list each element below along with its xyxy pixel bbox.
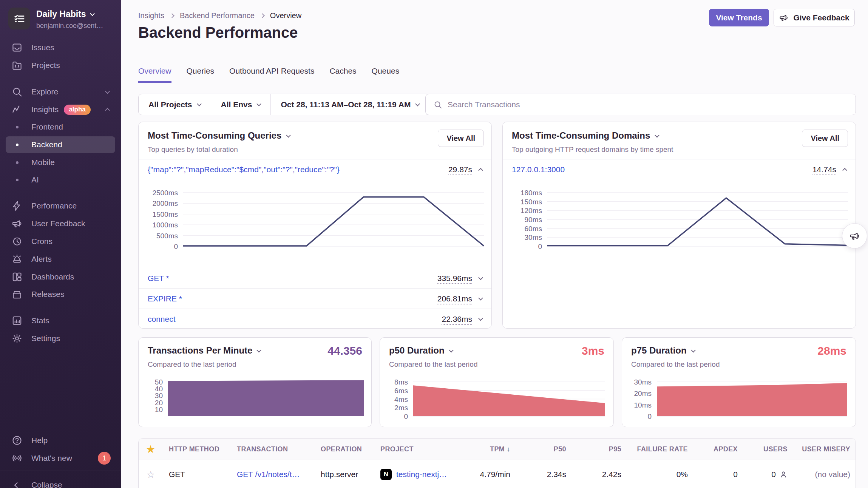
sidebar-item-whats-new[interactable]: What's new 1 [6, 450, 115, 466]
cell-tpm: 4.79/min [467, 470, 516, 479]
sidebar-item-releases[interactable]: Releases [6, 286, 115, 303]
sidebar-item-ai[interactable]: AI [6, 171, 115, 188]
col-user-misery[interactable]: USER MISERY [794, 445, 856, 453]
sidebar-collapse-button[interactable]: Collapse [6, 477, 115, 488]
query-total-time[interactable]: 335.96ms [437, 274, 472, 284]
domains-duration-chart[interactable]: 180ms150ms120ms90ms60ms30ms0 [510, 184, 849, 267]
svg-text:2500ms: 2500ms [152, 189, 178, 197]
bar-chart-icon [11, 315, 23, 326]
sidebar-item-explore[interactable]: Explore [6, 83, 115, 100]
query-total-time[interactable]: 206.81ms [437, 294, 472, 304]
p75-title[interactable]: p75 Duration [631, 345, 695, 356]
query-total-time[interactable]: 29.87s [448, 165, 472, 175]
expand-row-icon[interactable] [478, 296, 483, 301]
col-apdex[interactable]: APDEX [694, 445, 744, 453]
whats-new-count-badge: 1 [98, 452, 111, 465]
sidebar-item-crons[interactable]: Crons [6, 233, 115, 250]
query-link[interactable]: EXPIRE * [148, 294, 182, 303]
view-trends-button[interactable]: View Trends [709, 9, 769, 26]
col-http-method[interactable]: HTTP METHOD [163, 445, 231, 453]
queries-duration-chart[interactable]: 2500ms2000ms1500ms1000ms500ms0 [146, 184, 485, 267]
tab-queues[interactable]: Queues [372, 66, 400, 83]
project-filter[interactable]: All Projects [139, 94, 211, 115]
query-link[interactable]: GET * [148, 274, 169, 283]
give-feedback-button[interactable]: Give Feedback [774, 9, 855, 26]
p75-chart[interactable]: 30ms20ms10ms0 [630, 375, 848, 420]
domains-card-title[interactable]: Most Time-Consuming Domains [512, 130, 659, 141]
project-link[interactable]: testing-nextj… [396, 470, 447, 479]
domains-card-title-label: Most Time-Consuming Domains [512, 130, 650, 141]
sidebar-item-label: Dashboards [31, 272, 74, 281]
col-transaction[interactable]: TRANSACTION [231, 445, 315, 453]
breadcrumb-insights[interactable]: Insights [138, 11, 164, 20]
domain-total-time[interactable]: 14.74s [812, 165, 836, 175]
sidebar-item-dashboards[interactable]: Dashboards [6, 269, 115, 285]
breadcrumb-backend-performance[interactable]: Backend Performance [180, 11, 255, 20]
date-range-label: Oct 28, 11:13 AM–Oct 28, 11:19 AM [281, 100, 411, 109]
sidebar-item-help[interactable]: Help [6, 432, 115, 449]
sidebar-item-settings[interactable]: Settings [6, 330, 115, 347]
col-failure-rate[interactable]: FAILURE RATE [627, 445, 694, 453]
sidebar-item-performance[interactable]: Performance [6, 198, 115, 214]
queries-view-all-button[interactable]: View All [438, 130, 484, 147]
domain-link[interactable]: 127.0.0.1:3000 [512, 165, 565, 174]
sidebar-item-insights[interactable]: Insights alpha [6, 101, 115, 118]
col-tpm-sorted[interactable]: TPM ↓ [467, 445, 516, 453]
tpm-title[interactable]: Transactions Per Minute [148, 345, 261, 356]
date-range-filter[interactable]: Oct 28, 11:13 AM–Oct 28, 11:19 AM [271, 94, 429, 115]
queries-card-title-label: Most Time-Consuming Queries [148, 130, 281, 141]
sidebar-item-issues[interactable]: Issues [6, 39, 115, 56]
queries-card-title[interactable]: Most Time-Consuming Queries [148, 130, 290, 141]
col-users[interactable]: USERS [744, 445, 794, 453]
alpha-badge: alpha [64, 105, 90, 115]
floating-feedback-button[interactable] [842, 223, 867, 249]
svg-text:120ms: 120ms [520, 207, 542, 215]
col-p95[interactable]: P95 [572, 445, 627, 453]
p50-title[interactable]: p50 Duration [389, 345, 453, 356]
col-project[interactable]: PROJECT [374, 445, 467, 453]
nextjs-platform-icon: N [380, 469, 392, 480]
collapse-row-icon[interactable] [842, 168, 847, 173]
sidebar-item-frontend[interactable]: Frontend [6, 119, 115, 135]
chevron-down-icon [415, 102, 420, 107]
sidebar-item-user-feedback[interactable]: User Feedback [6, 215, 115, 232]
expand-row-icon[interactable] [478, 316, 483, 321]
query-row: GET * 335.96ms [139, 268, 491, 288]
megaphone-icon [779, 13, 789, 23]
environment-filter[interactable]: All Envs [211, 94, 271, 115]
chevron-down-icon [197, 102, 202, 107]
svg-text:150ms: 150ms [520, 198, 542, 206]
collapse-row-icon[interactable] [478, 168, 483, 173]
siren-icon [11, 253, 23, 265]
tab-queries[interactable]: Queries [187, 66, 215, 83]
tab-outbound-api-requests[interactable]: Outbound API Requests [229, 66, 314, 83]
chevron-down-icon [105, 89, 110, 94]
sidebar-item-projects[interactable]: Projects [6, 57, 115, 74]
p75-value: 28ms [817, 344, 846, 357]
sidebar-item-mobile[interactable]: Mobile [6, 154, 115, 171]
sidebar-item-label: Settings [31, 334, 60, 343]
col-p50[interactable]: P50 [516, 445, 572, 453]
sidebar-item-alerts[interactable]: Alerts [6, 251, 115, 267]
tpm-chart[interactable]: 5040302010 [146, 375, 364, 420]
search-input[interactable] [448, 100, 848, 109]
query-link[interactable]: {"map":"?","mapReduce":"$cmd","out":"?",… [148, 165, 340, 174]
sidebar-item-backend[interactable]: Backend [6, 136, 115, 153]
col-operation[interactable]: OPERATION [315, 445, 374, 453]
sidebar-item-stats[interactable]: Stats [6, 312, 115, 329]
expand-row-icon[interactable] [478, 275, 483, 280]
org-switcher[interactable]: Daily Habits benjamin.coe@sent… [8, 8, 103, 30]
favorite-star-toggle[interactable]: ☆ [139, 469, 163, 480]
query-total-time[interactable]: 22.36ms [442, 315, 472, 325]
p50-duration-card: p50 Duration 3ms Compared to the last pe… [380, 337, 614, 427]
cell-user-misery: (no value) [794, 470, 856, 479]
query-link[interactable]: connect [148, 315, 176, 324]
domains-view-all-button[interactable]: View All [802, 130, 848, 147]
queries-card-subtitle: Top queries by total duration [148, 145, 238, 154]
p50-chart[interactable]: 8ms6ms4ms2ms0 [388, 375, 606, 420]
tab-caches[interactable]: Caches [329, 66, 356, 83]
cell-p50: 2.34s [516, 470, 572, 479]
cell-transaction-link[interactable]: GET /v1/notes/t… [231, 470, 315, 479]
query-row: connect 22.36ms [139, 309, 491, 329]
tab-overview[interactable]: Overview [138, 66, 171, 83]
